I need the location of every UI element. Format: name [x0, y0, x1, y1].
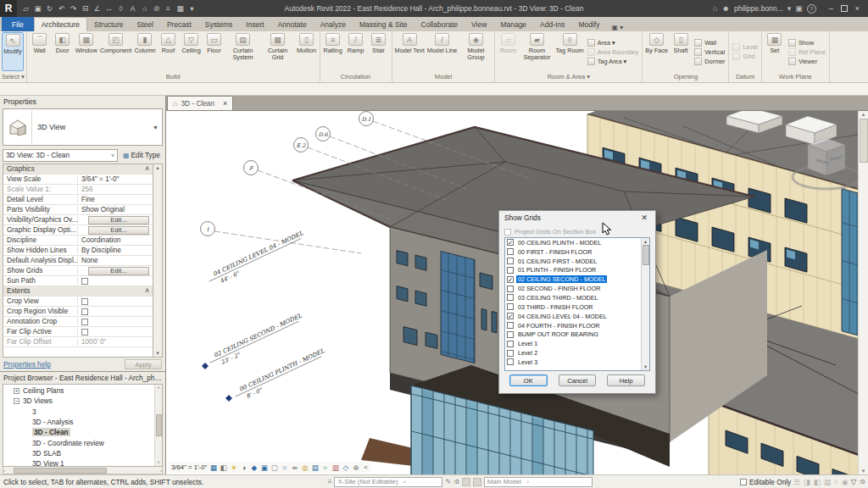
property-value[interactable] — [78, 319, 153, 325]
property-value[interactable]: Edit... — [78, 226, 153, 235]
tab-view[interactable]: View — [465, 17, 493, 31]
measure-icon[interactable]: ∠ — [92, 3, 103, 14]
grid-item-bump-out-roof-bearing[interactable]: BUMP OUT ROOF BEARING — [505, 330, 649, 339]
tab-manage[interactable]: Manage — [493, 17, 533, 31]
property-value[interactable]: Edit... — [78, 216, 153, 225]
tab-modify[interactable]: Modify — [571, 17, 606, 31]
open-icon[interactable]: ▱ — [20, 3, 31, 14]
checkbox[interactable] — [507, 286, 514, 292]
level-annotation-00[interactable]: 00 CEILING PLINTH - MODEL 8' - 0" — [232, 347, 330, 404]
tab-analyze[interactable]: Analyze — [314, 17, 353, 31]
search-icon[interactable]: ⌂ — [713, 4, 717, 13]
browser-hscrollbar[interactable]: ‹› — [3, 467, 163, 474]
tag-by-category-icon[interactable]: ◊ — [115, 3, 126, 14]
tab-add-ins[interactable]: Add-Ins — [533, 17, 571, 31]
visual-style-icon[interactable]: ◧ — [219, 463, 228, 472]
browser-item-3d-analysis[interactable]: 3D - Analysis — [3, 417, 154, 427]
ribbon-button-area[interactable]: Area ▾ — [587, 39, 639, 47]
property-value[interactable] — [78, 298, 153, 305]
workset-select[interactable]: X-Site (Not Editable)˅ — [334, 477, 442, 487]
editing-requests-icon[interactable]: ✎ — [445, 478, 451, 485]
checkbox[interactable] — [507, 331, 514, 338]
design-options-icon[interactable] — [462, 478, 470, 486]
filter-icon[interactable]: ▽ — [851, 478, 857, 486]
checkbox[interactable] — [507, 267, 514, 274]
ribbon-button-viewer[interactable]: Viewer — [788, 58, 826, 65]
browser-item-3d-views[interactable]: −3D Views — [3, 396, 154, 406]
ribbon-button-dormer[interactable]: Dormer — [694, 58, 725, 65]
checkbox[interactable] — [507, 341, 514, 347]
tab-precast[interactable]: Precast — [160, 17, 198, 31]
displacement-sets-icon[interactable]: ▥ — [331, 463, 340, 472]
panel-label-room-area[interactable]: Room & Area ▾ — [497, 71, 640, 82]
chevron-down-icon[interactable]: ▼ — [153, 125, 162, 130]
ribbon-button-floor[interactable]: ▭Floor — [203, 32, 225, 71]
property-value[interactable]: Show Original — [78, 206, 153, 214]
browser-item-3d-coordinate-review[interactable]: 3D - Coordinate review — [3, 437, 154, 447]
ribbon-button-ceiling[interactable]: ▽Ceiling — [181, 32, 203, 71]
save-icon[interactable]: ▣ — [32, 3, 43, 14]
model-canvas[interactable]: F E.2 D.6 D.1 1 04 CEILING LEVEL 04 - MO… — [166, 111, 868, 474]
analytical-model-icon[interactable]: ≈ — [320, 463, 330, 472]
ribbon-button-model-text[interactable]: AModel Text — [394, 32, 426, 71]
project-grids-checkbox-row[interactable]: Project Grids On Section Box — [504, 226, 650, 237]
close-view-icon[interactable]: × — [223, 99, 227, 108]
aligned-dimension-icon[interactable]: ↔ — [103, 3, 114, 14]
level-annotation-04[interactable]: 04 CEILING LEVEL 04 - MODEL 44' - 6" — [206, 230, 309, 289]
property-value[interactable]: Fine — [78, 196, 153, 203]
dialog-title-bar[interactable]: Show Grids ✕ — [499, 211, 655, 225]
qat-customize-icon[interactable]: ▾ — [186, 3, 198, 14]
property-value[interactable]: 3/64" = 1'-0" — [78, 175, 153, 183]
ribbon-button-door[interactable]: ◧Door — [52, 32, 74, 71]
property-value[interactable]: By Discipline — [78, 247, 153, 254]
design-option-select[interactable]: Main Model˅ — [484, 477, 593, 487]
editable-only-checkbox[interactable] — [740, 479, 747, 485]
dialog-scrollbar[interactable]: ▲▼ — [641, 238, 649, 370]
help-icon[interactable]: ? — [807, 4, 816, 14]
checkbox[interactable] — [81, 319, 88, 325]
ribbon-button-wall[interactable]: Wall — [694, 39, 725, 47]
section-graphics[interactable]: Graphics˄ — [3, 164, 153, 175]
tab-steel[interactable]: Steel — [131, 17, 160, 31]
print-icon[interactable]: ⊟ — [80, 3, 91, 14]
user-interface-icon[interactable]: ▦ — [175, 3, 186, 14]
dialog-close-icon[interactable]: ✕ — [638, 214, 650, 222]
drag-elements-icon[interactable]: ◉ — [842, 478, 848, 486]
select-pinned-icon[interactable]: ○ — [834, 478, 838, 486]
checkbox[interactable]: ✓ — [507, 239, 514, 246]
sun-path-icon[interactable]: ☀ — [229, 463, 238, 472]
property-value[interactable]: 256 — [78, 186, 153, 193]
checkbox[interactable] — [81, 308, 88, 315]
tab-structure[interactable]: Structure — [87, 17, 131, 31]
panel-label-datum[interactable]: Datum — [731, 71, 759, 82]
thin-lines-icon[interactable]: ≡ — [163, 3, 174, 14]
tab-collaborate[interactable]: Collaborate — [415, 17, 465, 31]
user-avatar-icon[interactable]: ☻ — [722, 4, 730, 13]
reveal-hidden-elements-icon[interactable]: ◎ — [300, 463, 309, 472]
browser-vscrollbar[interactable]: ˄˅ — [154, 385, 162, 466]
redo-icon[interactable]: ↷ — [68, 3, 79, 14]
unlocked-3d-view-icon[interactable]: ○ — [280, 463, 289, 472]
view-scale-button[interactable]: 3/64" = 1'-0" — [171, 463, 207, 471]
checkbox[interactable]: ✓ — [507, 313, 514, 319]
section-extents[interactable]: Extents˄ — [3, 286, 153, 297]
ribbon-button-ref-plane[interactable]: Ref Plane — [788, 48, 826, 56]
properties-help-link[interactable]: Properties help — [3, 360, 51, 369]
ribbon-button-grid[interactable]: Grid — [732, 53, 757, 60]
tab-insert[interactable]: Insert — [239, 17, 270, 31]
select-underlay-icon[interactable]: ▤ — [824, 478, 831, 486]
tree-expander-icon[interactable]: + — [14, 388, 19, 394]
browser-item-3d-slab[interactable]: 3D SLAB — [3, 448, 154, 458]
detail-level-icon[interactable]: ▦ — [209, 463, 218, 472]
ribbon-button-set[interactable]: ▦Set — [764, 32, 786, 71]
ribbon-button-level[interactable]: Level — [732, 43, 757, 51]
view-instance-select[interactable]: 3D View: 3D - Clean˅ — [3, 149, 118, 162]
checkbox[interactable] — [81, 298, 88, 305]
browser-item-3[interactable]: 3 — [3, 407, 154, 417]
grid-item-04-fourth-finish-floor[interactable]: 04 FOURTH - FINISH FLOOR — [505, 321, 649, 330]
worksharing-display-icon[interactable]: ☰ — [793, 478, 800, 486]
edit-type-button[interactable]: ▦ Edit Type — [120, 150, 163, 160]
property-value[interactable]: Edit... — [78, 267, 153, 275]
undo-icon[interactable]: ↶ — [56, 3, 67, 14]
worksharing-display-icon[interactable]: ⊕ — [351, 463, 360, 472]
